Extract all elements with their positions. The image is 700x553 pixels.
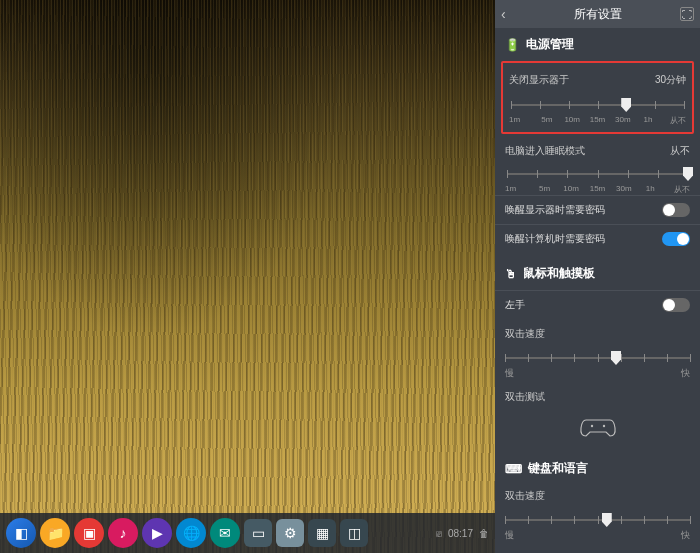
battery-icon: 🔋 — [505, 38, 520, 52]
dblclick-speed-thumb[interactable] — [611, 351, 621, 365]
dock-app[interactable]: ▦ — [308, 519, 336, 547]
sleep-value: 从不 — [670, 144, 690, 158]
tray-time[interactable]: 08:17 — [448, 528, 473, 539]
dock-files[interactable]: 📁 — [40, 518, 70, 548]
expand-icon[interactable]: ⛶ — [680, 7, 694, 21]
dock-terminal[interactable]: ▭ — [244, 519, 272, 547]
dock-music[interactable]: ♪ — [108, 518, 138, 548]
controller-icon — [578, 414, 618, 438]
dock-browser[interactable]: 🌐 — [176, 518, 206, 548]
back-icon[interactable]: ‹ — [501, 6, 506, 22]
panel-title: 所有设置 — [574, 6, 622, 23]
power-title-text: 电源管理 — [526, 36, 574, 53]
repeat-speed-slider[interactable] — [505, 513, 690, 527]
section-keyboard: ⌨ 键盘和语言 双击速度 慢 快 — [495, 452, 700, 552]
wake-computer-pwd-toggle[interactable] — [662, 232, 690, 246]
wake-computer-pwd-label: 唤醒计算机时需要密码 — [505, 232, 605, 246]
dock-launcher[interactable]: ◧ — [6, 518, 36, 548]
keyboard-title-text: 键盘和语言 — [528, 460, 588, 477]
display-off-slider[interactable]: 1m 5m 10m 15m 30m 1h 从不 — [509, 91, 686, 128]
left-hand-toggle[interactable] — [662, 298, 690, 312]
settings-panel: ‹ 所有设置 ⛶ 🔋 电源管理 关闭显示器于 30分钟 — [495, 0, 700, 553]
desktop-wallpaper — [0, 0, 495, 553]
dblclick-max: 快 — [681, 367, 690, 380]
section-title-keyboard: ⌨ 键盘和语言 — [495, 452, 700, 485]
repeat-min: 慢 — [505, 529, 514, 542]
dblclick-test-area[interactable] — [495, 408, 700, 448]
panel-header: ‹ 所有设置 ⛶ — [495, 0, 700, 28]
display-off-value: 30分钟 — [655, 73, 686, 87]
tray-trash-icon[interactable]: 🗑 — [479, 528, 489, 539]
keyboard-icon: ⌨ — [505, 462, 522, 476]
repeat-speed-label: 双击速度 — [505, 489, 545, 503]
svg-point-0 — [590, 425, 592, 427]
display-off-label: 关闭显示器于 — [509, 73, 569, 87]
svg-point-1 — [602, 425, 604, 427]
section-mouse: 🖱 鼠标和触摸板 左手 双击速度 慢 快 双击测试 — [495, 257, 700, 452]
left-hand-row[interactable]: 左手 — [495, 290, 700, 319]
dock-video[interactable]: ▶ — [142, 518, 172, 548]
sleep-ticks: 1m 5m 10m 15m 30m 1h 从不 — [505, 184, 690, 195]
dock-app2[interactable]: ◫ — [340, 519, 368, 547]
wake-display-pwd-label: 唤醒显示器时需要密码 — [505, 203, 605, 217]
mouse-title-text: 鼠标和触摸板 — [523, 265, 595, 282]
dblclick-min: 慢 — [505, 367, 514, 380]
display-off-highlight: 关闭显示器于 30分钟 1m 5m 10m 15m 30m — [501, 61, 694, 134]
section-title-mouse: 🖱 鼠标和触摸板 — [495, 257, 700, 290]
repeat-speed-thumb[interactable] — [602, 513, 612, 527]
dock-mail[interactable]: ✉ — [210, 518, 240, 548]
mouse-icon: 🖱 — [505, 267, 517, 281]
sleep-thumb[interactable] — [683, 167, 693, 181]
wake-computer-pwd-row[interactable]: 唤醒计算机时需要密码 — [495, 224, 700, 253]
wake-display-pwd-row[interactable]: 唤醒显示器时需要密码 — [495, 195, 700, 224]
wake-display-pwd-toggle[interactable] — [662, 203, 690, 217]
dock: ◧ 📁 ▣ ♪ ▶ 🌐 ✉ ▭ ⚙ ▦ ◫ ⎚ 08:17 🗑 — [0, 513, 495, 553]
sleep-label: 电脑进入睡眠模式 — [505, 144, 585, 158]
left-hand-label: 左手 — [505, 298, 525, 312]
section-power: 🔋 电源管理 关闭显示器于 30分钟 1m 5m — [495, 28, 700, 257]
dblclick-test-label: 双击测试 — [505, 390, 545, 404]
sleep-slider[interactable]: 1m 5m 10m 15m 30m 1h 从不 — [495, 166, 700, 195]
display-off-thumb[interactable] — [621, 98, 631, 112]
display-off-ticks: 1m 5m 10m 15m 30m 1h 从不 — [509, 115, 686, 126]
dock-store[interactable]: ▣ — [74, 518, 104, 548]
dock-tray: ⎚ 08:17 🗑 — [436, 528, 489, 539]
dblclick-speed-slider[interactable] — [505, 351, 690, 365]
repeat-max: 快 — [681, 529, 690, 542]
section-title-power: 🔋 电源管理 — [495, 28, 700, 61]
tray-icon[interactable]: ⎚ — [436, 528, 442, 539]
dock-settings[interactable]: ⚙ — [276, 519, 304, 547]
dblclick-speed-label: 双击速度 — [505, 327, 545, 341]
